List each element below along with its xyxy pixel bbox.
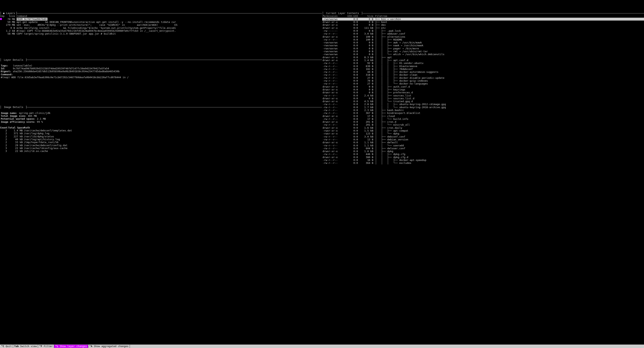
file-row[interactable]: drwxr-xr-x0:00 B│ │ ├── sources.list.d	[322, 97, 644, 100]
file-row[interactable]: -rw-r--r--0:02.8 kB│ │ │ ├── ubuntu-keyr…	[322, 103, 644, 106]
layer-id: Id: 9c78f74ad967b8929d1515b5f4ded20539f4…	[0, 67, 322, 70]
waste-row: 240 kB/var/log/apt/history.log	[0, 138, 322, 141]
file-row[interactable]: drwxr-xr-x0:01.0 kB│ ├── dpkg	[322, 150, 644, 153]
file-row[interactable]: drwxr-xr-x0:00 B│ │ ├── keyrings	[322, 88, 644, 91]
file-row[interactable]: -rwxrwxrwx0:00 B├── bin → usr/bin	[322, 18, 644, 20]
layer-command-label: Command:	[0, 73, 322, 76]
file-row[interactable]: -rw-r--r--0:02.4 kB│ │ ├── sources.list	[322, 94, 644, 97]
layer-details-title: │ Layer Details ├	[0, 58, 322, 61]
image-wasted: Potential wasted space: 2.1 MB	[0, 117, 322, 120]
layer-row[interactable]: 58 MBCOPY target/spring-petclinic-3.1.0-…	[0, 32, 322, 35]
file-row[interactable]: drwxr-xr-x0:04.5 kB│ │ └── trusted.gpg.d	[322, 100, 644, 103]
file-row[interactable]: drwxr-xr-x0:0380 B│ │ ├── dpkg.cfg.d	[322, 156, 644, 159]
image-total: Total Image size: 465 MB	[0, 114, 322, 117]
image-eff: Image efficiency score: 99 %	[0, 120, 322, 123]
file-row[interactable]: -rwxrwxrwx0:00 B│ │ ├── awk → /usr/bin/m…	[322, 41, 644, 44]
file-row[interactable]: -rw-------0:00 B│ ├── .pwd.lock	[322, 29, 644, 32]
layer-digest: Digest: sha256:256d88da41857db513b95b50b…	[0, 70, 322, 73]
waste-row: 322 kB/etc/ld.so.cache	[0, 150, 322, 152]
layer-row[interactable]: 279 MBset -eux; ARCH="$(dpkg --print-arc…	[0, 23, 322, 26]
file-row[interactable]: -rw-r--r--0:016 B│ │ │ ├── docker-apt-sp…	[322, 159, 644, 162]
file-row[interactable]: drwxr-xr-x0:00 B│ │ ├── preferences.d	[322, 91, 644, 94]
file-row[interactable]: -rw-r--r--0:070 B│ │ │ ├── docker-gzip-i…	[322, 79, 644, 82]
file-row[interactable]: -rw-r--r--0:03.0 kB│ ├── debconf.conf	[322, 135, 644, 138]
file-row[interactable]: -rwxrwxrwx0:00 B│ │ ├── rmt → /usr/sbin/…	[322, 50, 644, 53]
footer-layer-changes[interactable]: ^L Show layer changes	[54, 345, 88, 348]
layer-tags: Tags: (unavailable)	[0, 64, 322, 67]
layers-header: Cmp Size Command	[0, 14, 322, 17]
file-row[interactable]: -rwxr-xr-x0:0123 B│ │ └── dpkg	[322, 132, 644, 135]
file-row[interactable]: -rwxrwxrwx0:00 B│ │ └── which → /usr/bin…	[322, 53, 644, 56]
footer-quit[interactable]: ^C Quit	[0, 345, 13, 348]
file-row[interactable]: -rw-r--r--0:027 B│ │ │ └── docker-no-lan…	[322, 82, 644, 85]
file-row[interactable]: -rw-r--r--0:0446 B│ │ ├── dpkg.cfg	[322, 153, 644, 156]
file-row[interactable]: -rw-r--r--0:092 B│ │ │ ├── 01-vendor-ubu…	[322, 62, 644, 64]
file-row[interactable]: drwxr-xr-x0:01.6 kB│ ├── cron.daily	[322, 126, 644, 129]
file-row[interactable]: -rw-r--r--0:0201 B│ │ └── e2scrub_all	[322, 123, 644, 126]
file-row[interactable]: -rw-r--r--0:017 B│ │ └── build.info	[322, 117, 644, 120]
file-row[interactable]: -rwxrwxrwx0:00 B│ │ ├── pager → /bin/mor…	[322, 47, 644, 50]
layer-row[interactable]: 0 Becho Verifying install ... && fileEnc…	[0, 26, 322, 29]
file-row[interactable]: -rwxr-xr-x0:01.5 kB│ │ ├── apt-compat	[322, 129, 644, 132]
file-row[interactable]: -rw-r--r--0:0318 B│ │ │ ├── docker-clean	[322, 73, 644, 76]
file-row[interactable]: -rw-r--r--0:013 B│ ├── debian_version	[322, 138, 644, 141]
file-row[interactable]: drwxr-xr-x0:00 B│ │ ├── auth.conf.d	[322, 85, 644, 88]
footer-aggregated[interactable]: ^A Show aggregated changes	[88, 345, 130, 348]
file-row[interactable]: drwxr-xr-x0:01.1 kB│ ├── default	[322, 141, 644, 144]
contents-title: │ Current Layer Contents ├	[322, 12, 644, 14]
footer-filter[interactable]: ^F Filter	[38, 345, 54, 348]
file-row[interactable]: drwxr-xr-x0:00 B├── boot	[322, 20, 644, 23]
file-row[interactable]: drwxr-xr-x0:017 B│ ├── cloud	[322, 115, 644, 117]
image-name: Image name: spring-pet-clinic/jdk	[0, 112, 322, 114]
file-row[interactable]: drwxr-xr-x0:0201 B│ ├── cron.d	[322, 120, 644, 123]
layer-row[interactable]: 1.2 kB#(nop) COPY file:8b8864b3e02a33a57…	[0, 29, 322, 32]
layer-command-value: #(nop) ADD file:63d5ab3ef0aab308c0e71cb6…	[0, 76, 322, 79]
file-row[interactable]: -rw-r--r--0:01.1 kB│ │ └── useradd	[322, 144, 644, 147]
file-row[interactable]: drwxr-xr-x0:0111 kB├── etc	[322, 26, 644, 29]
waste-row: 229 kB/var/cache/debconf/config.dat	[0, 144, 322, 147]
footer-bar: ^C Quit Tab Switch view ^F Filter ^L Sho…	[0, 345, 644, 348]
image-details-title: │ Image Details ├	[0, 106, 322, 108]
file-row[interactable]: -rw-r--r--0:03.0 kB│ ├── adduser.conf	[322, 32, 644, 35]
file-row[interactable]: -rw-r--r--0:027 B│ │ │ ├── docker-disabl…	[322, 76, 644, 79]
file-row[interactable]: -rw-r--r--0:02.3 kB│ ├── bash.bashrc	[322, 109, 644, 112]
file-row[interactable]: -rw-r--r--0:044 B│ │ │ ├── docker-autore…	[322, 70, 644, 73]
file-row[interactable]: drwxr-xr-x0:01.4 kB│ │ ├── apt.conf.d	[322, 59, 644, 62]
layer-row[interactable]: 50 MBapt-get update && DEBIAN_FRONTEND=n…	[0, 20, 322, 23]
file-row[interactable]: drwxr-xr-x0:08.3 kB│ ├── apt	[322, 56, 644, 59]
file-row[interactable]: -rw-r--r--0:0630 B│ │ │ ├── 01autoremove	[322, 65, 644, 68]
footer-switch[interactable]: Tab Switch view	[13, 345, 38, 348]
waste-row: 233 kB/tmp/hsperfdata_root/56	[0, 141, 322, 144]
file-row[interactable]: -rw-r--r--0:0364 B│ │ │ └── excludes	[322, 162, 644, 164]
file-row[interactable]: drwxr-xr-x0:00 B├── dev	[322, 23, 644, 26]
layer-row[interactable]: 78 MBFROM 9c78f74ad967b89	[0, 18, 322, 20]
waste-row: 322 kB/var/cache/ldconfig/aux-cache	[0, 147, 322, 150]
file-row[interactable]: -rwxrwxrwx0:00 B│ │ ├── nawk → /usr/bin/…	[322, 44, 644, 47]
file-row[interactable]: -rw-r--r--0:01.7 kB│ │ │ └── ubuntu-keyr…	[322, 106, 644, 109]
waste-header: Count Total Space Path	[0, 126, 322, 129]
file-row[interactable]: -rw-r--r--0:0367 B│ ├── bindresvport.bla…	[322, 112, 644, 114]
file-row[interactable]: -rw-r--r--0:0100 B│ │ ├── README	[322, 38, 644, 41]
waste-row: 2371 kB/var/log/dpkg.log	[0, 132, 322, 135]
file-row[interactable]: -rw-r--r--0:0604 B│ ├── deluser.conf	[322, 147, 644, 150]
waste-row: 2227 kB/var/lib/dpkg/status	[0, 135, 322, 138]
file-row[interactable]: -rw-r--r--0:0182 B│ │ │ ├── 70debconf	[322, 68, 644, 70]
file-row[interactable]: drwxr-xr-x0:0100 B│ ├── alternatives	[322, 35, 644, 38]
waste-row: 21.4 MB/var/cache/debconf/templates.dat	[0, 129, 322, 132]
contents-header: Permission UID:GID Size Filetree	[322, 14, 644, 17]
layers-title: │ ●Layers├	[0, 12, 322, 14]
